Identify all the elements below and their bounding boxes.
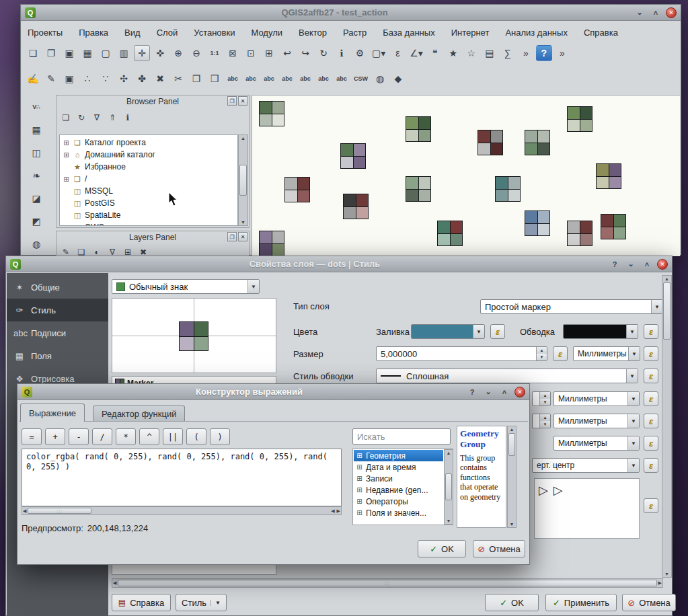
filter-legend-icon[interactable]: ∇ — [106, 245, 119, 256]
expander-icon[interactable]: ⊞ — [63, 139, 70, 147]
refresh-map-icon[interactable]: ↻ — [315, 45, 332, 61]
scroll-thumb[interactable]: ::: — [118, 580, 656, 586]
zoom-native-icon[interactable]: 1:1 — [206, 45, 223, 61]
browser-panel-header[interactable]: Browser Panel ❐ ✕ — [56, 95, 249, 108]
properties-titlebar[interactable]: Q Свойства слоя — dots | Стиль ? ⌄ ˄ ✕ — [6, 256, 672, 272]
sidebar-item-labels[interactable]: abc Подписи — [7, 321, 108, 344]
map-tips-icon[interactable]: ❝ — [427, 45, 443, 61]
menu-edit[interactable]: Правка — [79, 28, 108, 38]
add-vector-layer-icon[interactable]: V∴ — [28, 99, 44, 115]
arrow-marker-icon[interactable]: ▷ — [539, 483, 548, 498]
scroll-thumb[interactable] — [239, 165, 247, 196]
attributes-table-icon[interactable]: ▤ — [482, 45, 498, 61]
function-group-item[interactable]: ⊞ Недавние (gen... — [354, 484, 443, 496]
menu-web[interactable]: Интернет — [451, 28, 490, 38]
label-pin-icon[interactable]: abc — [243, 71, 259, 87]
browser-properties-icon[interactable]: ℹ — [121, 111, 135, 124]
current-edits-icon[interactable]: ✍ — [25, 71, 41, 87]
move-label-icon[interactable]: abc — [297, 71, 313, 87]
function-group-item[interactable]: ⊞ Записи — [354, 473, 443, 484]
show-hidden-labels-icon[interactable]: abc — [279, 71, 295, 87]
help-contents-icon[interactable]: ? — [536, 45, 552, 61]
apply-button[interactable]: ✓ Применить — [545, 594, 617, 611]
function-group-item[interactable]: ⊞ Операторы — [354, 496, 443, 507]
data-defined-override-button[interactable]: ε — [644, 458, 658, 473]
scroll-up-icon[interactable]: ▲ — [241, 136, 245, 141]
sidebar-item-fields[interactable]: ▦ Поля — [7, 344, 108, 367]
close-icon[interactable]: ✕ — [514, 387, 525, 397]
dropdown-arrow-icon[interactable]: ▼ — [651, 300, 662, 313]
highlight-pinned-labels-icon[interactable]: abc — [261, 71, 277, 87]
vertex-tool-icon[interactable]: ✣ — [116, 71, 132, 87]
zoom-last-icon[interactable]: ↩ — [279, 45, 295, 61]
refresh-browser-icon[interactable]: ↻ — [75, 111, 88, 124]
dropdown-arrow-icon[interactable]: ▼ — [627, 392, 639, 406]
menu-view[interactable]: Вид — [124, 28, 141, 38]
collapse-all-icon[interactable]: ⇑ — [106, 111, 119, 124]
open-layer-styling-icon[interactable]: ✎ — [59, 245, 73, 256]
spinbox-fragment[interactable]: ▲▼ — [532, 414, 551, 428]
menu-plugins[interactable]: Модули — [251, 28, 282, 38]
operator-button[interactable]: / — [92, 428, 112, 445]
function-search-input[interactable] — [352, 428, 451, 445]
scroll-down-icon[interactable]: ▼ — [241, 220, 245, 225]
ok-button[interactable]: ✓ OK — [485, 594, 539, 611]
stroke-color-button[interactable]: ▼ — [563, 324, 638, 339]
run-feature-action-icon[interactable]: ⚙ — [352, 45, 368, 61]
browser-tree-item[interactable]: ⊞ ⌂ Домашний каталог — [60, 149, 237, 161]
cut-features-icon[interactable]: ✂ — [170, 71, 186, 87]
menu-layer[interactable]: Слой — [157, 28, 178, 38]
spin-up-icon[interactable]: ▲ — [539, 414, 550, 421]
zoom-out-icon[interactable]: ⊖ — [188, 45, 204, 61]
size-spinbox[interactable]: 5,000000 ▲▼ — [376, 346, 547, 361]
add-oracle-layer-icon[interactable]: ◩ — [28, 213, 44, 229]
operator-button[interactable]: ( — [186, 428, 206, 445]
expander-icon[interactable]: ⊞ — [356, 452, 363, 459]
scroll-down-icon[interactable]: ▼ — [510, 522, 514, 527]
scroll-up-icon[interactable]: ▲ — [664, 276, 669, 281]
zoom-to-layer-icon[interactable]: ⊞ — [261, 45, 277, 61]
ok-button[interactable]: ✓ OK — [418, 540, 466, 557]
composer-manager-icon[interactable]: ▥ — [116, 45, 132, 61]
show-bookmarks-icon[interactable]: ☆ — [463, 45, 480, 61]
new-bookmark-icon[interactable]: ★ — [445, 45, 461, 61]
expander-icon[interactable]: ⊞ — [356, 498, 363, 505]
dropdown-arrow-icon[interactable]: ▼ — [626, 325, 638, 338]
close-icon[interactable]: ✕ — [666, 7, 677, 18]
stroke-style-combo[interactable]: Сплошная ▼ — [376, 369, 638, 383]
menu-database[interactable]: База данных — [383, 28, 434, 38]
operator-button[interactable]: = — [22, 428, 42, 445]
scroll-down-icon[interactable]: ▼ — [447, 518, 451, 523]
expander-icon[interactable]: ⊞ — [63, 176, 70, 183]
map-canvas[interactable] — [252, 95, 680, 256]
dropdown-arrow-icon[interactable]: ▼ — [247, 280, 259, 293]
filter-browser-icon[interactable]: ∇ — [90, 111, 104, 124]
anchor-combo[interactable]: ерт. центр ▼ — [532, 458, 640, 473]
toolbar-extension-icon[interactable]: » — [518, 45, 534, 61]
menu-vector[interactable]: Вектор — [299, 28, 327, 38]
cancel-button[interactable]: ⊘ Отмена — [622, 594, 676, 611]
main-titlebar[interactable]: Q QGIS2affb27 - test_action ⌄ ˄ ✕ — [21, 5, 681, 21]
expression-titlebar[interactable]: Q Конструктор выражений ? ⌄ ˄ ✕ — [17, 384, 529, 400]
menu-processing[interactable]: Анализ данных — [505, 28, 568, 38]
tab-expression[interactable]: Выражение — [20, 403, 85, 422]
add-selected-layers-icon[interactable]: ❏ — [59, 111, 73, 124]
properties-scrollbar[interactable]: ▲ ▼ — [662, 275, 672, 578]
plugin-tool-icon[interactable]: ◆ — [390, 71, 406, 87]
maximize-icon[interactable]: ˄ — [641, 258, 653, 270]
data-defined-override-button[interactable]: ε — [490, 324, 505, 339]
close-icon[interactable]: ✕ — [657, 259, 668, 270]
move-feature-icon[interactable]: ✤ — [134, 71, 150, 87]
data-defined-override-button[interactable]: ε — [644, 414, 658, 428]
close-panel-icon[interactable]: ✕ — [238, 232, 247, 241]
scroll-right-icon[interactable]: ▶ — [337, 508, 340, 514]
browser-tree-item[interactable]: ◍ OWS — [60, 221, 237, 226]
browser-tree-item[interactable]: ⊞ ❏ Каталог проекта — [60, 137, 237, 149]
menu-help[interactable]: Справка — [584, 28, 618, 38]
dropdown-arrow-icon[interactable]: ▼ — [627, 436, 639, 450]
add-mssql-layer-icon[interactable]: ◪ — [28, 190, 44, 206]
save-project-icon[interactable]: ▣ — [61, 45, 77, 61]
size-units-combo[interactable]: Миллиметры ▼ — [573, 346, 640, 361]
data-defined-override-button[interactable]: ε — [553, 346, 568, 361]
units-combo[interactable]: Миллиметры ▼ — [553, 391, 640, 406]
